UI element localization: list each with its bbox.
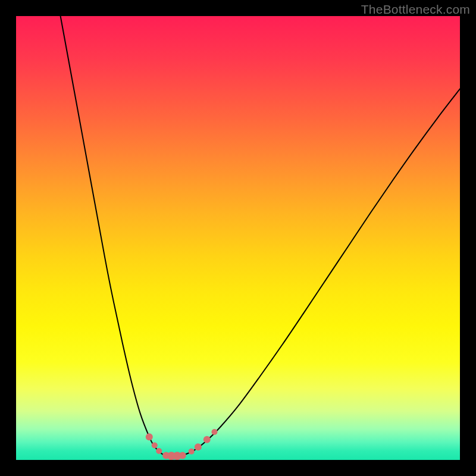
curve-svg bbox=[16, 16, 460, 460]
marker-right-lower bbox=[189, 449, 195, 455]
marker-right-upper bbox=[203, 436, 211, 443]
watermark-text: TheBottleneck.com bbox=[361, 2, 470, 17]
marker-group bbox=[146, 429, 218, 460]
series-right-curve bbox=[184, 89, 460, 455]
marker-floor-d bbox=[179, 452, 186, 459]
series-left-curve bbox=[61, 16, 167, 456]
plot-area bbox=[16, 16, 460, 460]
marker-right-mid bbox=[195, 443, 202, 450]
marker-right-top bbox=[211, 429, 217, 435]
marker-left-mid bbox=[152, 442, 158, 448]
chart-stage: TheBottleneck.com bbox=[0, 0, 476, 476]
curve-group bbox=[61, 16, 460, 457]
marker-left-lower bbox=[156, 448, 162, 454]
marker-left-upper bbox=[146, 433, 153, 440]
